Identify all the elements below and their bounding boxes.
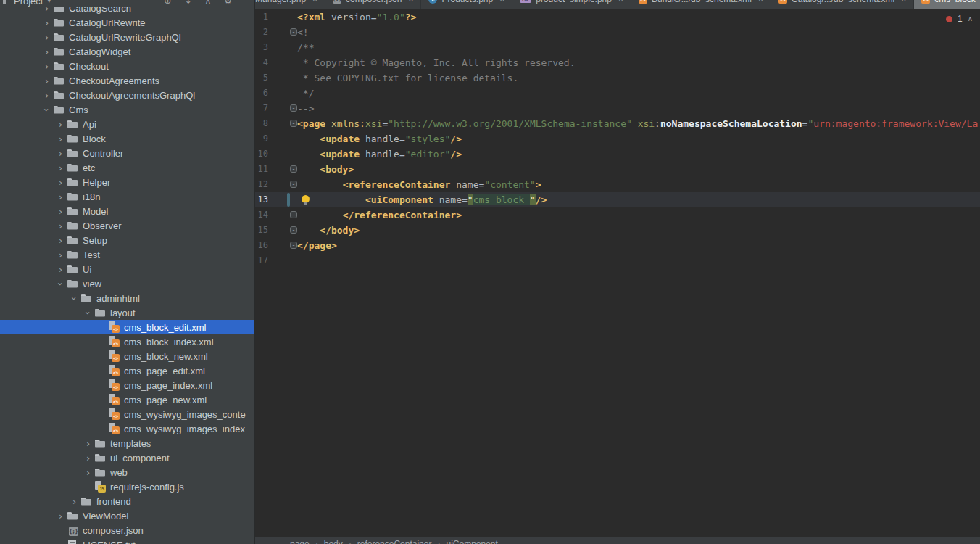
tree-item-cms_block_index.xml[interactable]: <>cms_block_index.xml <box>0 334 254 349</box>
close-icon[interactable]: × <box>758 0 763 4</box>
tree-item-Observer[interactable]: ›Observer <box>0 218 254 233</box>
tree-item-cms_page_index.xml[interactable]: <>cms_page_index.xml <box>0 378 254 392</box>
inspections-widget[interactable]: 1∧ <box>946 15 973 23</box>
tree-item-ui_component[interactable]: ›ui_component <box>0 450 254 465</box>
chevron-collapsed-icon[interactable]: › <box>54 178 67 187</box>
fold-end-icon[interactable]: - <box>290 104 297 112</box>
code-line-1[interactable]: 1<?xml version="1.0"?> <box>255 9 980 25</box>
tree-item-cms_block_new.xml[interactable]: <>cms_block_new.xml <box>0 349 254 363</box>
code-line-4[interactable]: 4 * Copyright © Magento, Inc. All rights… <box>255 55 980 70</box>
chevron-collapsed-icon[interactable]: › <box>54 163 67 173</box>
tree-item-Ui[interactable]: ›Ui <box>0 262 254 276</box>
chevron-collapsed-icon[interactable]: › <box>54 207 67 216</box>
tree-item-ViewModel[interactable]: ›ViewModel <box>0 508 254 523</box>
close-icon[interactable]: × <box>312 0 317 4</box>
breadcrumb-item-page[interactable]: page <box>290 539 310 544</box>
fold-end-icon[interactable]: - <box>290 226 297 234</box>
chevron-collapsed-icon[interactable]: › <box>41 47 53 57</box>
breadcrumb-item-uiComponent[interactable]: uiComponent <box>446 539 497 544</box>
chevron-collapsed-icon[interactable]: › <box>82 439 94 448</box>
fold-end-icon[interactable]: - <box>290 242 297 249</box>
close-icon[interactable]: × <box>618 0 623 4</box>
chevron-collapsed-icon[interactable]: › <box>82 453 94 463</box>
chevron-expanded-icon[interactable]: › <box>42 104 51 116</box>
chevron-up-icon[interactable]: ∧ <box>968 15 973 23</box>
tree-item-web[interactable]: ›web <box>0 465 254 479</box>
tree-item-CheckoutAgreementsGraphQl[interactable]: ›CheckoutAgreementsGraphQl <box>0 88 254 102</box>
fold-collapse-icon[interactable]: - <box>290 165 297 173</box>
code-line-17[interactable]: 17 <box>255 253 980 268</box>
code-line-3[interactable]: 3/** <box>255 40 980 55</box>
tab-product_simple.php[interactable]: PHPproduct_simple.php× <box>512 0 631 9</box>
tree-item-composer.json[interactable]: {;}composer.json <box>0 523 254 537</box>
tab-Catalog/.../db_schema.xml[interactable]: <>Catalog/.../db_schema.xml× <box>771 0 914 9</box>
tree-item-Setup[interactable]: ›Setup <box>0 233 254 247</box>
panel-splitter[interactable] <box>254 0 255 544</box>
code-line-8[interactable]: 8<page xmlns:xsi="http://www.w3.org/2001… <box>255 116 980 131</box>
tree-item-cms_block_edit.xml[interactable]: <>cms_block_edit.xml <box>0 320 254 334</box>
chevron-collapsed-icon[interactable]: › <box>54 265 67 274</box>
tree-item-layout[interactable]: ›layout <box>0 305 254 320</box>
chevron-collapsed-icon[interactable]: › <box>41 62 53 71</box>
chevron-collapsed-icon[interactable]: › <box>54 149 67 158</box>
tab-composer.json[interactable]: {;}composer.json× <box>325 0 421 9</box>
code-line-2[interactable]: 2<!-- <box>255 25 980 40</box>
tree-item-Block[interactable]: ›Block <box>0 131 254 146</box>
tree-item-Model[interactable]: ›Model <box>0 204 254 218</box>
tree-item-cms_wysiwyg_images_conte[interactable]: <>cms_wysiwyg_images_conte <box>0 407 254 421</box>
tree-item-Helper[interactable]: ›Helper <box>0 175 254 189</box>
fold-collapse-icon[interactable]: - <box>290 181 297 188</box>
tree-item-CatalogUrlRewrite[interactable]: ›CatalogUrlRewrite <box>0 15 254 30</box>
tree-item-Cms[interactable]: ›Cms <box>0 102 254 117</box>
tree-item-cms_page_new.xml[interactable]: <>cms_page_new.xml <box>0 392 254 407</box>
chevron-collapsed-icon[interactable]: › <box>54 236 67 245</box>
tree-item-view[interactable]: ›view <box>0 276 254 291</box>
tree-item-CheckoutAgreements[interactable]: ›CheckoutAgreements <box>0 73 254 88</box>
code-editor[interactable]: 1<?xml version="1.0"?>2<!--3/**4 * Copyr… <box>255 9 980 544</box>
breadcrumb-item-referenceContainer[interactable]: referenceContainer <box>357 539 432 544</box>
code-line-7[interactable]: 7--> <box>255 101 980 116</box>
tree-item-CatalogWidget[interactable]: ›CatalogWidget <box>0 44 254 59</box>
tab-cms_block_edit.xml[interactable]: <>cms_block_edit.xml× <box>914 0 980 9</box>
code-line-13[interactable]: 13 <uiComponent name="cms_block_"/> <box>255 192 980 207</box>
code-line-14[interactable]: 14 </referenceContainer> <box>255 207 980 223</box>
code-line-9[interactable]: 9 <update handle="styles"/> <box>255 131 980 147</box>
tree-item-templates[interactable]: ›templates <box>0 436 254 450</box>
tree-item-i18n[interactable]: ›i18n <box>0 189 254 204</box>
close-icon[interactable]: × <box>901 0 906 4</box>
chevron-collapsed-icon[interactable]: › <box>54 221 67 231</box>
tab-Products.php[interactable]: CProducts.php× <box>421 0 512 9</box>
intention-bulb-icon[interactable] <box>302 195 310 203</box>
settings-gear-icon[interactable]: ⚙ <box>224 0 232 6</box>
collapse-all-icon[interactable]: ↧ <box>184 0 191 6</box>
chevron-collapsed-icon[interactable]: › <box>41 91 53 100</box>
tab-Manager.php[interactable]: Manager.php× <box>255 0 325 9</box>
code-line-6[interactable]: 6 */ <box>255 86 980 101</box>
close-icon[interactable]: × <box>408 0 413 4</box>
fold-end-icon[interactable]: - <box>290 211 297 218</box>
tree-item-requirejs-config.js[interactable]: JSrequirejs-config.js <box>0 479 254 494</box>
code-line-16[interactable]: 16</page> <box>255 238 980 253</box>
tree-item-frontend[interactable]: ›frontend <box>0 494 254 508</box>
chevron-expanded-icon[interactable]: › <box>70 292 79 305</box>
tab-Bundle/.../db_schema.xml[interactable]: <>Bundle/.../db_schema.xml× <box>631 0 771 9</box>
chevron-collapsed-icon[interactable]: › <box>54 250 67 260</box>
tree-item-Api[interactable]: ›Api <box>0 117 254 131</box>
chevron-collapsed-icon[interactable]: › <box>54 134 67 144</box>
tree-item-cms_page_edit.xml[interactable]: <>cms_page_edit.xml <box>0 363 254 378</box>
chevron-collapsed-icon[interactable]: › <box>54 120 67 129</box>
locate-file-icon[interactable]: ⊕ <box>164 0 171 6</box>
tree-item-Controller[interactable]: ›Controller <box>0 146 254 160</box>
chevron-expanded-icon[interactable]: › <box>56 278 65 290</box>
fold-collapse-icon[interactable]: - <box>290 28 297 36</box>
tree-item-LICENSE.txt[interactable]: LICENSE.txt <box>0 537 254 544</box>
tree-item-etc[interactable]: ›etc <box>0 160 254 175</box>
close-icon[interactable]: × <box>499 0 504 4</box>
code-line-10[interactable]: 10 <update handle="editor"/> <box>255 147 980 162</box>
code-line-15[interactable]: 15 </body> <box>255 223 980 238</box>
breadcrumb-item-body[interactable]: body <box>324 539 343 544</box>
code-line-5[interactable]: 5 * See COPYING.txt for license details. <box>255 70 980 86</box>
chevron-down-icon[interactable]: ▾ <box>47 0 51 4</box>
code-line-12[interactable]: 12 <referenceContainer name="content"> <box>255 177 980 192</box>
tree-item-Test[interactable]: ›Test <box>0 247 254 262</box>
